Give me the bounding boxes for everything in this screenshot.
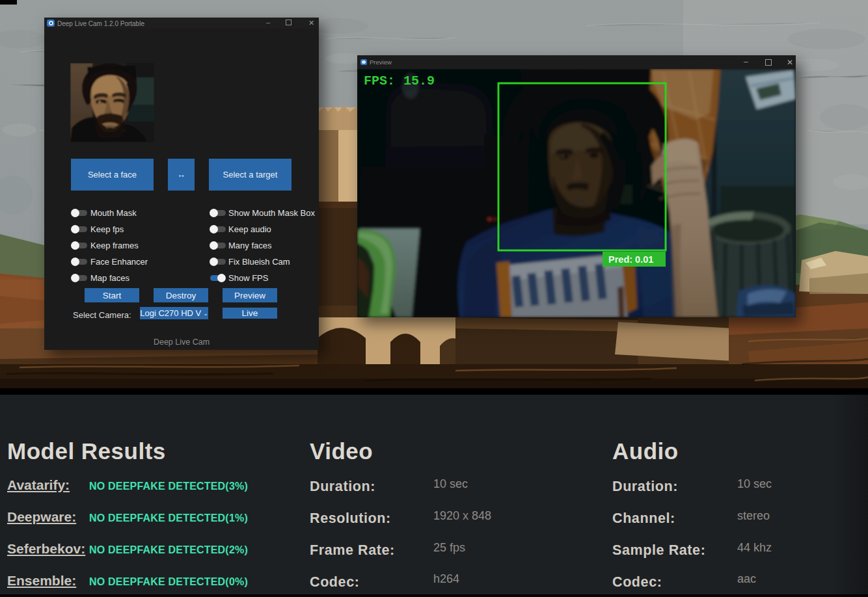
svg-text:FPS:: FPS: [364, 73, 395, 88]
svg-text:15.9: 15.9 [403, 73, 435, 88]
svg-text:Pred: 0.01: Pred: 0.01 [608, 254, 653, 265]
